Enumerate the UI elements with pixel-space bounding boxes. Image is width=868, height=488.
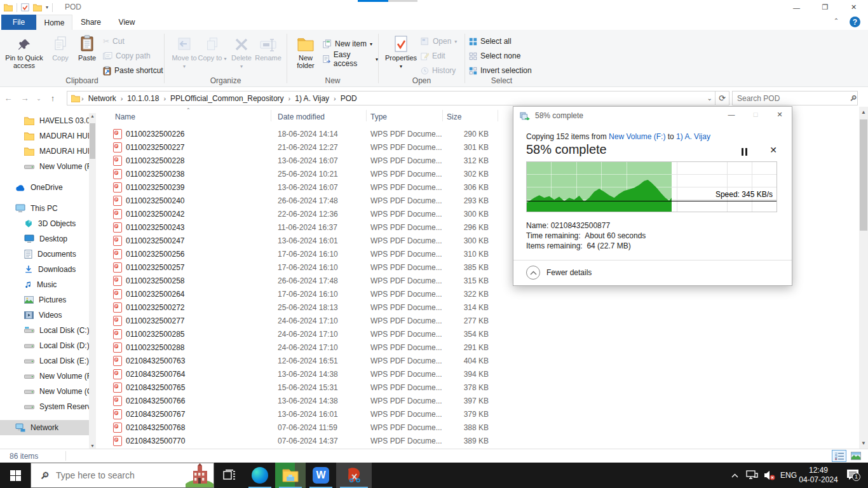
file-name[interactable]: 01100232500242 [126, 210, 269, 219]
sidebar-item-desktop[interactable]: Desktop [0, 231, 89, 247]
history-button[interactable]: History [421, 64, 456, 77]
edit-button[interactable]: Edit [421, 50, 445, 62]
paste-shortcut-button[interactable]: Paste shortcut [103, 64, 163, 77]
file-name[interactable]: 02108432500770 [126, 437, 269, 445]
file-explorer-taskbar-icon[interactable] [275, 463, 306, 488]
wps-office-taskbar-icon[interactable]: W [306, 463, 336, 488]
sidebar-item-onedrive[interactable]: OneDrive [0, 180, 89, 195]
sidebar-item-new-volume-f[interactable]: New Volume (F:) [0, 369, 89, 384]
breadcrumb-segment[interactable]: Network [85, 94, 119, 103]
file-name[interactable]: 02108432500763 [126, 356, 269, 365]
breadcrumb-segment[interactable]: 1) A. Vijay [292, 94, 332, 103]
tab-share[interactable]: Share [72, 15, 109, 30]
tab-file[interactable]: File [1, 15, 36, 30]
file-row[interactable]: P0110023250024222-06-2024 12:36WPS PDF D… [100, 208, 520, 221]
sidebar-item-local-disk-e[interactable]: Local Disk (E:) [0, 353, 89, 369]
move-to-button[interactable]: Move to ▾ [170, 33, 199, 78]
file-name[interactable]: 01100232500256 [126, 250, 269, 259]
file-row[interactable]: P0210843250076807-06-2024 11:59WPS PDF D… [100, 421, 520, 435]
file-row[interactable]: P0110023250028524-06-2024 17:10WPS PDF D… [100, 328, 520, 341]
paste-button[interactable]: Paste [72, 33, 102, 78]
file-name[interactable]: 01100232500272 [126, 303, 269, 312]
new-folder-button[interactable]: New folder [291, 33, 320, 78]
file-row[interactable]: P0110023250025617-06-2024 16:10WPS PDF D… [100, 248, 520, 261]
sidebar-item-this-pc[interactable]: This PC [0, 201, 89, 216]
volume-muted-icon[interactable] [761, 463, 778, 488]
sidebar-item-downloads[interactable]: Downloads [0, 262, 89, 277]
file-row[interactable]: P0110023250027724-06-2024 17:10WPS PDF D… [100, 315, 520, 328]
sidebar-scrollbar-thumb[interactable] [90, 123, 95, 159]
file-name[interactable]: 01100232500288 [126, 343, 269, 352]
file-list-scrollbar-thumb[interactable] [860, 119, 867, 231]
copy-button[interactable]: Copy [46, 33, 75, 78]
file-row[interactable]: P0110023250025826-06-2024 17:48WPS PDF D… [100, 274, 520, 288]
sidebar-item-new-volume-f[interactable]: New Volume (F:) [0, 159, 89, 174]
dialog-close-button[interactable]: ✕ [768, 107, 792, 122]
sidebar-item-local-disk-d[interactable]: Local Disk (D:) [0, 338, 89, 353]
wps-pdf-taskbar-icon[interactable] [336, 463, 372, 488]
sidebar-item-videos[interactable]: Videos [0, 308, 89, 323]
file-name[interactable]: 01100232500227 [126, 143, 269, 152]
file-row[interactable]: P0110023250022813-06-2024 16:07WPS PDF D… [100, 154, 520, 168]
explorer-search-box[interactable]: 🔍︎ [732, 91, 858, 105]
pause-button[interactable] [737, 146, 751, 158]
qat-properties-icon[interactable] [21, 3, 29, 11]
thumbnail-view-button[interactable] [848, 450, 863, 462]
edge-taskbar-icon[interactable] [245, 463, 275, 488]
sidebar-scrollbar[interactable]: ▲ ▼ [89, 113, 96, 449]
sidebar-item-documents[interactable]: Documents [0, 247, 89, 262]
explorer-search-input[interactable] [733, 94, 844, 103]
source-link[interactable]: New Volume (F:) [609, 132, 665, 141]
fewer-details-toggle[interactable]: Fewer details [526, 266, 592, 280]
sidebar-item-havells-03-07-2[interactable]: HAVELLS 03.07.2 [0, 113, 89, 128]
cut-button[interactable]: ✂ Cut [103, 35, 125, 48]
file-name[interactable]: 01100232500239 [126, 183, 269, 192]
column-header-name[interactable]: Name [115, 112, 135, 121]
sidebar-item-new-volume-g[interactable]: New Volume (G:) [0, 384, 89, 399]
up-icon[interactable]: ↑ [44, 93, 61, 103]
breadcrumb[interactable]: ›Network›10.1.0.18›PPLOfficial_Common_Re… [67, 91, 715, 105]
breadcrumb-segment[interactable]: POD [337, 94, 360, 103]
help-icon[interactable]: ? [850, 17, 860, 27]
file-row[interactable]: P0210843250076413-06-2024 14:38WPS PDF D… [100, 368, 520, 381]
file-name[interactable]: 01100232500243 [126, 223, 269, 232]
file-name[interactable]: 01100232500277 [126, 316, 269, 325]
column-header-date-modified[interactable]: Date modified [278, 112, 325, 121]
new-item-button[interactable]: New item▾ [323, 37, 372, 50]
file-row[interactable]: P0110023250022618-06-2024 14:14WPS PDF D… [100, 128, 520, 141]
minimize-button[interactable]: — [782, 0, 811, 15]
tray-chevron-up-icon[interactable] [727, 463, 742, 488]
file-row[interactable]: P0110023250023825-06-2024 10:21WPS PDF D… [100, 168, 520, 181]
file-name[interactable]: 01100232500258 [126, 276, 269, 285]
file-list-scrollbar[interactable]: ▲ ▼ [859, 107, 868, 449]
file-name[interactable]: 01100232500228 [126, 156, 269, 165]
scroll-down-icon[interactable]: ▼ [89, 444, 96, 448]
forward-icon[interactable]: → [17, 93, 33, 103]
start-button[interactable] [0, 463, 31, 488]
restore-button[interactable]: ❐ [811, 0, 839, 15]
file-name[interactable]: 02108432500766 [126, 396, 269, 405]
breadcrumb-segment[interactable]: 10.1.0.18 [124, 94, 162, 103]
file-row[interactable]: P0210843250076613-06-2024 14:38WPS PDF D… [100, 395, 520, 408]
qat-new-folder-icon[interactable] [33, 4, 42, 11]
select-all-button[interactable]: Select all [469, 35, 512, 48]
column-header-type[interactable]: Type [370, 112, 387, 121]
sidebar-item-madurai-hub[interactable]: MADURAI HUB - [0, 144, 89, 159]
file-name[interactable]: 02108432500764 [126, 370, 269, 379]
properties-button[interactable]: Properties▾ [384, 33, 418, 78]
file-row[interactable]: P0110023250025717-06-2024 16:10WPS PDF D… [100, 261, 520, 274]
file-row[interactable]: P0210843250076713-06-2024 16:01WPS PDF D… [100, 408, 520, 421]
sidebar-item-madurai-hub[interactable]: MADURAI HUB [0, 128, 89, 144]
invert-selection-button[interactable]: Invert selection [469, 64, 532, 77]
file-name[interactable]: 01100232500285 [126, 330, 269, 339]
file-row[interactable]: P0110023250023913-06-2024 16:07WPS PDF D… [100, 181, 520, 194]
address-dropdown-chevron-icon[interactable]: ⌄ [707, 95, 712, 102]
select-none-button[interactable]: Select none [469, 50, 520, 62]
file-row[interactable]: P0110023250024026-06-2024 17:48WPS PDF D… [100, 194, 520, 208]
file-name[interactable]: 01100232500247 [126, 236, 269, 245]
file-row[interactable]: P0210843250077007-06-2024 14:37WPS PDF D… [100, 435, 520, 448]
recent-locations-chevron-icon[interactable]: ⌄ [33, 95, 44, 102]
open-button[interactable]: Open▾ [421, 35, 457, 48]
search-highlight-image[interactable] [186, 463, 214, 487]
scroll-up-icon[interactable]: ▲ [89, 114, 96, 118]
